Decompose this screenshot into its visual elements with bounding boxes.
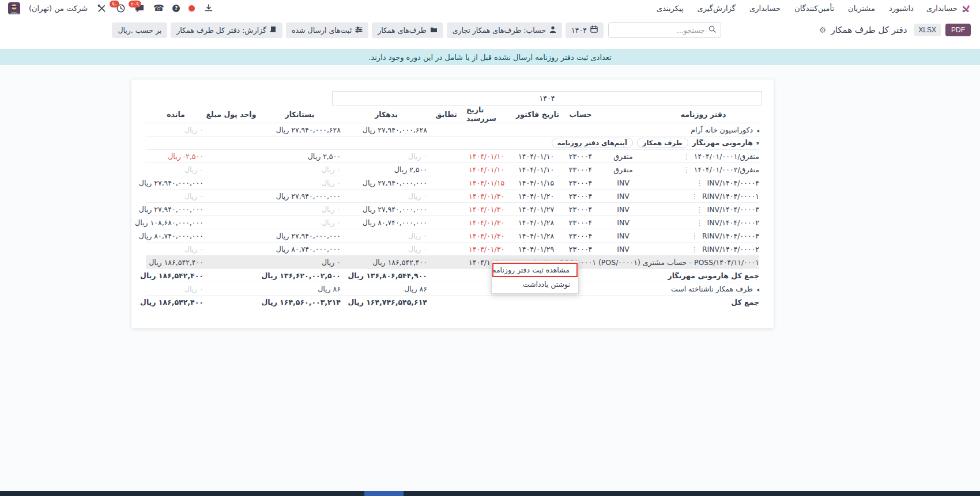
column-header-invoice-date[interactable]: تاریخ فاکتور	[512, 105, 562, 123]
message-badge: ۲۰۹	[129, 1, 141, 7]
record-icon[interactable]	[189, 5, 195, 12]
cell-matching	[429, 229, 463, 243]
ledger-partner-row[interactable]: ◂طرف همکار ناشناخته است۸۶ ریال۸۶ ریال۰ ر…	[146, 282, 759, 296]
ledger-entry-row[interactable]: متفرق/۱۴۰۴/۰۱/۰۰۰۱⋮متفرق۲۳۰۰۰۴۱۴۰۴/۰۱/۱۰…	[146, 150, 759, 163]
menu-dashboard[interactable]: داشبورد	[889, 4, 914, 13]
book-icon	[270, 26, 277, 35]
cell-debit: ۲,۵۰۰ ریال	[343, 163, 429, 176]
cell-credit: ۲۷,۹۴۰,۰۰۰,۰۰۰ ریال	[257, 190, 343, 203]
column-header-due-date[interactable]: تاریخ سررسید	[463, 105, 512, 123]
kebab-menu-icon[interactable]: ⋮	[696, 206, 703, 214]
ledger-total-row[interactable]: جمع کل۱۶۴,۷۴۶,۵۴۵,۶۱۴ ریال۱۶۴,۵۶۰,۰۰۳,۲۱…	[146, 296, 759, 309]
menu-item-view-journal-entry[interactable]: مشاهده ثبت دفتر روزنامه	[492, 263, 578, 277]
ledger-total-row[interactable]: جمع کل هارمونی مهرنگار۱۳۶,۸۰۶,۵۴۴,۹۰۰ ری…	[146, 269, 759, 282]
tools-icon[interactable]	[96, 3, 107, 13]
menu-customers[interactable]: مشتریان	[848, 4, 875, 13]
cell-debit	[343, 137, 429, 150]
messages-icon[interactable]: ۲۰۹	[134, 3, 145, 13]
cell-account: ۲۳۰۰۰۴	[562, 229, 599, 243]
menu-item-annotate[interactable]: نوشتن یادداشت	[492, 277, 578, 291]
cell-matching	[429, 296, 463, 309]
ledger-entry-row[interactable]: RINV/۱۴۰۴/۰۰۰۰۲⋮INV۲۳۰۰۰۴۱۴۰۴/۰۱/۲۹۱۴۰۴/…	[146, 243, 759, 256]
cell-journal	[599, 282, 647, 296]
export-pdf-button[interactable]: PDF	[945, 24, 971, 36]
ledger-partner-row[interactable]: ▾هارمونی مهرنگارطرف همکارآیتم‌های دفتر ر…	[146, 137, 759, 150]
ledger-entry-row[interactable]: INV/۱۴۰۴/۰۰۰۰۳⋮INV۲۳۰۰۰۴۱۴۰۴/۰۱/۲۷۱۴۰۴/۰…	[146, 203, 759, 216]
report-filter-button[interactable]: گزارش: دفتر کل طرف همکار	[171, 22, 282, 38]
menu-accounting[interactable]: حسابداری	[749, 4, 781, 13]
report-area: ۱۴۰۴ دفتر روزنامه حساب تاریخ فاکتور تاری…	[0, 65, 980, 491]
ledger-entry-row[interactable]: RINV/۱۴۰۴/۰۰۰۰۳⋮INV۲۳۰۰۰۴۱۴۰۴/۰۱/۲۸۱۴۰۴/…	[146, 229, 759, 243]
activity-badge: ۹۰	[110, 1, 119, 7]
cell-debit: ۲۷,۹۴۰,۰۰۰,۰۰۰ ریال	[343, 203, 429, 216]
filter-tag[interactable]: طرف همکار	[637, 138, 688, 148]
column-header-matching[interactable]: تطابق	[429, 105, 463, 123]
cell-name: RINV/۱۴۰۴/۰۰۰۰۳⋮	[647, 229, 759, 243]
cell-account: ۲۳۰۰۰۴	[562, 176, 599, 190]
avatar[interactable]	[8, 2, 20, 14]
partners-filter-button[interactable]: طرف‌های همکار	[372, 22, 443, 38]
ledger-entry-row[interactable]: INV/۱۴۰۴/۰۰۰۰۴⋮INV۲۳۰۰۰۴۱۴۰۴/۰۱/۱۵۱۴۰۴/۰…	[146, 176, 759, 190]
cell-journal	[599, 269, 647, 282]
ledger-entry-row[interactable]: RINV/۱۴۰۴/۰۰۰۰۱⋮INV۲۳۰۰۰۴۱۴۰۴/۰۱/۲۰۱۴۰۴/…	[146, 190, 759, 203]
currency-filter-button[interactable]: بر حسب .ریال	[112, 22, 167, 38]
kebab-menu-icon[interactable]: ⋮	[691, 232, 698, 240]
download-icon[interactable]	[203, 3, 214, 13]
column-header-debit[interactable]: بدهکار	[343, 105, 429, 123]
caret-down-icon[interactable]: ▾	[756, 140, 759, 146]
calendar-icon	[590, 25, 598, 35]
ledger-partner-row[interactable]: ◂دکوراسیون خانه آرام۲۷,۹۴۰,۰۰۰,۶۲۸ ریال۲…	[146, 123, 759, 137]
row-label: دکوراسیون خانه آرام	[691, 126, 753, 134]
cell-name: INV/۱۴۰۴/۰۰۰۰۲⋮	[647, 216, 759, 229]
menu-vendors[interactable]: تأمین‌کنندگان	[794, 4, 834, 13]
kebab-menu-icon[interactable]: ⋮	[696, 179, 703, 187]
menu-reporting[interactable]: گزارش‌گیری	[697, 4, 736, 13]
caret-collapsed-icon[interactable]: ◂	[756, 286, 759, 293]
cell-matching	[429, 243, 463, 256]
cell-account	[562, 123, 599, 137]
posted-entries-filter-button[interactable]: ثبت‌های ارسال شده	[286, 22, 368, 38]
caret-collapsed-icon[interactable]: ◂	[756, 127, 759, 134]
account-filter-button[interactable]: حساب: طرف‌های همکار تجاری	[447, 22, 562, 38]
cell-matching	[429, 123, 463, 137]
cell-due-date: ۱۴۰۴/۰۱/۱۰	[463, 163, 512, 176]
cell-balance: ۱۸۶,۵۴۲,۴۰۰ ریال	[146, 269, 206, 282]
menu-configuration[interactable]: پیکربندی	[657, 4, 683, 13]
kebab-menu-icon[interactable]: ⋮	[691, 245, 698, 253]
kebab-menu-icon[interactable]: ⋮	[683, 153, 690, 161]
cell-balance: ۰ ریال	[146, 190, 206, 203]
ledger-entry-row[interactable]: INV/۱۴۰۴/۰۰۰۰۲⋮INV۲۳۰۰۰۴۱۴۰۴/۰۱/۲۸۱۴۰۴/۰…	[146, 216, 759, 229]
ledger-entry-row[interactable]: متفرق/۱۴۰۴/۰۱/۰۰۰۲⋮متفرق۲۳۰۰۰۴۱۴۰۴/۰۱/۱۰…	[146, 163, 759, 176]
column-header-amount-currency[interactable]: واحد پول مبلغ	[206, 105, 257, 123]
sliders-icon	[355, 26, 363, 35]
filter-tag[interactable]: آیتم‌های دفتر روزنامه	[552, 138, 633, 148]
help-icon[interactable]: ?	[172, 5, 180, 12]
ledger-entry-row[interactable]: POSS/۱۴۰۴/۱۱/۰۰۰۱ - حساب مشتری POS/۰۰۰۰۱…	[146, 256, 759, 269]
search-input[interactable]	[613, 26, 705, 35]
app-switcher[interactable]: حسابداری	[926, 3, 972, 14]
phone-icon[interactable]: ☎	[153, 3, 164, 13]
cell-invoice-date: ۱۴۰۴/۰۱/۲۸	[512, 229, 562, 243]
column-header-account[interactable]: حساب	[562, 105, 599, 123]
column-header-credit[interactable]: بستانکار	[257, 105, 343, 123]
column-header-journal-entry[interactable]: دفتر روزنامه	[647, 105, 759, 123]
cell-invoice-date: ۱۴۰۴/۰۱/۱۰	[512, 150, 562, 163]
column-header-balance[interactable]: مانده	[146, 105, 206, 123]
row-label: INV/۱۴۰۴/۰۰۰۰۲	[707, 218, 759, 227]
company-switcher[interactable]: شرکت من (تهران)	[29, 4, 88, 13]
kebab-menu-icon[interactable]: ⋮	[683, 166, 690, 174]
cell-name: RINV/۱۴۰۴/۰۰۰۰۲⋮	[647, 243, 759, 256]
kebab-menu-icon[interactable]: ⋮	[691, 192, 698, 200]
search-box[interactable]	[608, 22, 721, 38]
cell-debit: ۱۶۴,۷۴۶,۵۴۵,۶۱۴ ریال	[343, 296, 429, 309]
top-navbar: حسابداری داشبورد مشتریان تأمین‌کنندگان ح…	[0, 0, 980, 16]
cell-matching	[429, 176, 463, 190]
kebab-menu-icon[interactable]: ⋮	[696, 219, 703, 227]
export-xlsx-button[interactable]: XLSX	[914, 24, 941, 36]
row-label: INV/۱۴۰۴/۰۰۰۰۳	[707, 205, 759, 214]
year-group-header[interactable]: ۱۴۰۴	[332, 91, 762, 105]
activities-icon[interactable]: ۹۰	[115, 3, 126, 13]
gear-icon[interactable]: ⚙	[819, 25, 827, 35]
date-filter-button[interactable]: ۱۴۰۴	[566, 22, 604, 38]
cell-currency	[206, 269, 257, 282]
